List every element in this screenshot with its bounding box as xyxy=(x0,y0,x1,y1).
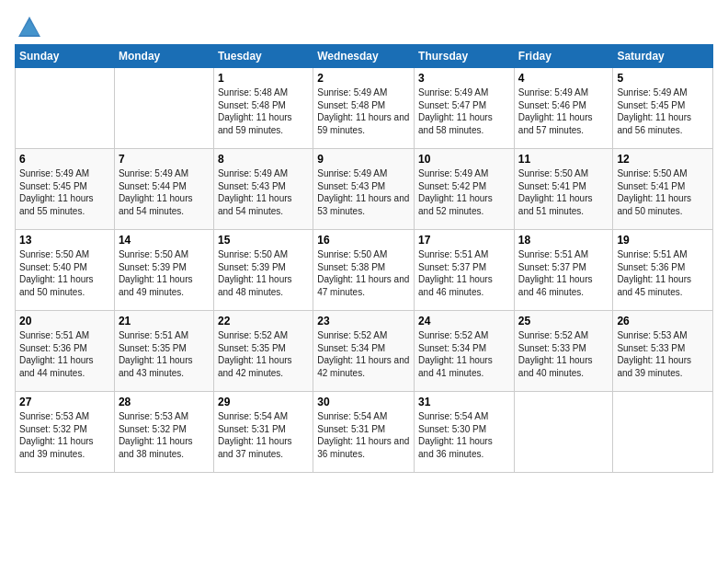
svg-marker-1 xyxy=(20,20,39,35)
calendar-cell: 17Sunrise: 5:51 AMSunset: 5:37 PMDayligh… xyxy=(415,230,515,311)
day-number: 9 xyxy=(317,153,410,166)
day-number: 1 xyxy=(218,72,309,85)
calendar-cell: 1Sunrise: 5:48 AMSunset: 5:48 PMDaylight… xyxy=(213,68,313,149)
day-info: Sunrise: 5:49 AMSunset: 5:46 PMDaylight:… xyxy=(518,86,609,136)
day-number: 21 xyxy=(119,315,210,327)
day-info: Sunrise: 5:54 AMSunset: 5:30 PMDaylight:… xyxy=(418,410,510,460)
calendar-cell: 19Sunrise: 5:51 AMSunset: 5:36 PMDayligh… xyxy=(613,230,713,311)
day-info: Sunrise: 5:51 AMSunset: 5:36 PMDaylight:… xyxy=(617,248,709,298)
day-info: Sunrise: 5:52 AMSunset: 5:33 PMDaylight:… xyxy=(518,329,609,379)
day-number: 27 xyxy=(19,396,110,408)
day-info: Sunrise: 5:49 AMSunset: 5:43 PMDaylight:… xyxy=(218,167,309,217)
day-info: Sunrise: 5:49 AMSunset: 5:48 PMDaylight:… xyxy=(317,86,410,136)
calendar-cell: 27Sunrise: 5:53 AMSunset: 5:32 PMDayligh… xyxy=(16,392,115,473)
day-info: Sunrise: 5:49 AMSunset: 5:43 PMDaylight:… xyxy=(317,167,410,217)
calendar-cell: 13Sunrise: 5:50 AMSunset: 5:40 PMDayligh… xyxy=(16,230,115,311)
calendar-cell: 31Sunrise: 5:54 AMSunset: 5:30 PMDayligh… xyxy=(415,392,515,473)
day-number: 14 xyxy=(119,234,210,247)
day-number: 31 xyxy=(418,396,510,408)
weekday-header-saturday: Saturday xyxy=(613,45,713,68)
day-number: 23 xyxy=(317,315,410,327)
day-number: 20 xyxy=(19,315,110,327)
day-info: Sunrise: 5:54 AMSunset: 5:31 PMDaylight:… xyxy=(218,410,309,460)
calendar-cell: 11Sunrise: 5:50 AMSunset: 5:41 PMDayligh… xyxy=(514,149,613,230)
calendar-cell: 21Sunrise: 5:51 AMSunset: 5:35 PMDayligh… xyxy=(114,311,213,392)
calendar-cell: 4Sunrise: 5:49 AMSunset: 5:46 PMDaylight… xyxy=(514,68,613,149)
day-number: 3 xyxy=(418,72,510,85)
calendar-cell: 24Sunrise: 5:52 AMSunset: 5:34 PMDayligh… xyxy=(415,311,515,392)
day-info: Sunrise: 5:50 AMSunset: 5:39 PMDaylight:… xyxy=(218,248,309,298)
calendar-cell: 3Sunrise: 5:49 AMSunset: 5:47 PMDaylight… xyxy=(415,68,515,149)
day-info: Sunrise: 5:50 AMSunset: 5:39 PMDaylight:… xyxy=(119,248,210,298)
calendar-cell: 7Sunrise: 5:49 AMSunset: 5:44 PMDaylight… xyxy=(114,149,213,230)
day-number: 6 xyxy=(19,153,110,166)
day-info: Sunrise: 5:51 AMSunset: 5:37 PMDaylight:… xyxy=(518,248,609,298)
calendar-cell: 5Sunrise: 5:49 AMSunset: 5:45 PMDaylight… xyxy=(613,68,713,149)
logo xyxy=(15,15,42,37)
calendar-cell: 26Sunrise: 5:53 AMSunset: 5:33 PMDayligh… xyxy=(613,311,713,392)
day-number: 2 xyxy=(317,72,410,85)
calendar-cell: 23Sunrise: 5:52 AMSunset: 5:34 PMDayligh… xyxy=(313,311,415,392)
day-info: Sunrise: 5:53 AMSunset: 5:33 PMDaylight:… xyxy=(617,329,709,379)
day-number: 15 xyxy=(218,234,309,247)
weekday-header-tuesday: Tuesday xyxy=(213,45,313,68)
day-info: Sunrise: 5:51 AMSunset: 5:35 PMDaylight:… xyxy=(119,329,210,379)
calendar-cell: 9Sunrise: 5:49 AMSunset: 5:43 PMDaylight… xyxy=(313,149,415,230)
day-info: Sunrise: 5:49 AMSunset: 5:45 PMDaylight:… xyxy=(19,167,110,217)
weekday-header-wednesday: Wednesday xyxy=(313,45,415,68)
calendar-cell: 16Sunrise: 5:50 AMSunset: 5:38 PMDayligh… xyxy=(313,230,415,311)
calendar-cell: 14Sunrise: 5:50 AMSunset: 5:39 PMDayligh… xyxy=(114,230,213,311)
day-info: Sunrise: 5:49 AMSunset: 5:47 PMDaylight:… xyxy=(418,86,510,136)
day-info: Sunrise: 5:53 AMSunset: 5:32 PMDaylight:… xyxy=(19,410,110,460)
calendar-cell: 18Sunrise: 5:51 AMSunset: 5:37 PMDayligh… xyxy=(514,230,613,311)
page-header xyxy=(15,15,713,37)
weekday-header-friday: Friday xyxy=(514,45,613,68)
day-info: Sunrise: 5:53 AMSunset: 5:32 PMDaylight:… xyxy=(119,410,210,460)
day-number: 5 xyxy=(617,72,709,85)
day-info: Sunrise: 5:50 AMSunset: 5:40 PMDaylight:… xyxy=(19,248,110,298)
day-number: 28 xyxy=(119,396,210,408)
day-number: 7 xyxy=(119,153,210,166)
day-number: 30 xyxy=(317,396,410,408)
day-info: Sunrise: 5:51 AMSunset: 5:37 PMDaylight:… xyxy=(418,248,510,298)
calendar-table: SundayMondayTuesdayWednesdayThursdayFrid… xyxy=(15,44,713,473)
weekday-header-monday: Monday xyxy=(114,45,213,68)
day-info: Sunrise: 5:50 AMSunset: 5:41 PMDaylight:… xyxy=(518,167,609,217)
day-number: 18 xyxy=(518,234,609,247)
calendar-cell: 30Sunrise: 5:54 AMSunset: 5:31 PMDayligh… xyxy=(313,392,415,473)
calendar-cell: 25Sunrise: 5:52 AMSunset: 5:33 PMDayligh… xyxy=(514,311,613,392)
day-number: 17 xyxy=(418,234,510,247)
calendar-cell xyxy=(514,392,613,473)
day-number: 10 xyxy=(418,153,510,166)
day-info: Sunrise: 5:52 AMSunset: 5:34 PMDaylight:… xyxy=(418,329,510,379)
day-number: 24 xyxy=(418,315,510,327)
calendar-cell: 10Sunrise: 5:49 AMSunset: 5:42 PMDayligh… xyxy=(415,149,515,230)
calendar-cell: 22Sunrise: 5:52 AMSunset: 5:35 PMDayligh… xyxy=(213,311,313,392)
day-info: Sunrise: 5:52 AMSunset: 5:35 PMDaylight:… xyxy=(218,329,309,379)
day-info: Sunrise: 5:54 AMSunset: 5:31 PMDaylight:… xyxy=(317,410,410,460)
calendar-cell: 15Sunrise: 5:50 AMSunset: 5:39 PMDayligh… xyxy=(213,230,313,311)
day-info: Sunrise: 5:49 AMSunset: 5:44 PMDaylight:… xyxy=(119,167,210,217)
calendar-cell: 20Sunrise: 5:51 AMSunset: 5:36 PMDayligh… xyxy=(16,311,115,392)
logo-icon xyxy=(17,15,42,40)
day-number: 12 xyxy=(617,153,709,166)
calendar-cell xyxy=(613,392,713,473)
day-info: Sunrise: 5:52 AMSunset: 5:34 PMDaylight:… xyxy=(317,329,410,379)
day-number: 11 xyxy=(518,153,609,166)
day-info: Sunrise: 5:48 AMSunset: 5:48 PMDaylight:… xyxy=(218,86,309,136)
calendar-cell: 8Sunrise: 5:49 AMSunset: 5:43 PMDaylight… xyxy=(213,149,313,230)
day-number: 16 xyxy=(317,234,410,247)
day-info: Sunrise: 5:51 AMSunset: 5:36 PMDaylight:… xyxy=(19,329,110,379)
day-number: 8 xyxy=(218,153,309,166)
day-number: 4 xyxy=(518,72,609,85)
weekday-header-thursday: Thursday xyxy=(415,45,515,68)
day-number: 26 xyxy=(617,315,709,327)
calendar-cell xyxy=(114,68,213,149)
calendar-cell: 12Sunrise: 5:50 AMSunset: 5:41 PMDayligh… xyxy=(613,149,713,230)
calendar-cell: 28Sunrise: 5:53 AMSunset: 5:32 PMDayligh… xyxy=(114,392,213,473)
calendar-cell: 6Sunrise: 5:49 AMSunset: 5:45 PMDaylight… xyxy=(16,149,115,230)
day-number: 13 xyxy=(19,234,110,247)
day-info: Sunrise: 5:49 AMSunset: 5:45 PMDaylight:… xyxy=(617,86,709,136)
day-number: 22 xyxy=(218,315,309,327)
day-number: 29 xyxy=(218,396,309,408)
